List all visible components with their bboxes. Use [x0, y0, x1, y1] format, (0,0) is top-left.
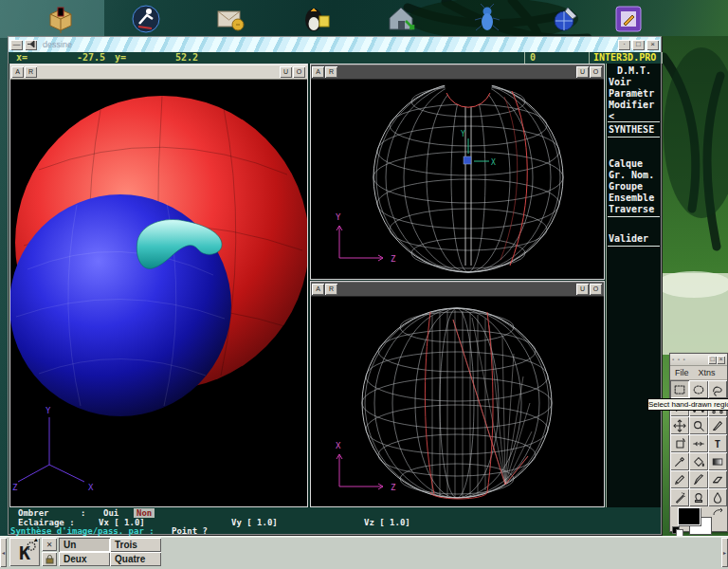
vy-value[interactable]: Vy [ 1.0] — [231, 518, 278, 527]
menu-item-voir[interactable]: Voir — [609, 77, 660, 87]
viewport-button-r[interactable]: R — [25, 66, 37, 78]
menu-item-synthese[interactable]: SYNTHESE — [609, 124, 660, 135]
prompt-value: Point ? — [172, 526, 208, 536]
menu-item-groupe[interactable]: Groupe — [609, 181, 660, 192]
svg-text:T: T — [715, 437, 720, 449]
pager-desktop-un[interactable]: Un — [59, 538, 110, 552]
red-profile — [500, 91, 527, 266]
tool-move[interactable] — [670, 416, 689, 434]
menu-item-calque[interactable]: Calque — [609, 158, 660, 169]
viewport-top-header[interactable]: A R U O — [311, 282, 604, 297]
desktop-icon-pen-globe[interactable] — [548, 3, 586, 35]
ombrer-colon: : — [81, 508, 85, 518]
tool-blend[interactable] — [708, 452, 727, 470]
shade-button[interactable]: · — [618, 40, 630, 50]
axis-label-x: X — [336, 441, 341, 450]
viewport-button-o[interactable]: O — [293, 66, 305, 78]
skier-icon — [131, 4, 161, 34]
foreground-color-swatch[interactable] — [678, 507, 701, 525]
tool-paintbrush[interactable] — [689, 470, 708, 488]
axis-label-y: Y — [46, 406, 51, 415]
prompt-label: Synthèse d'image/pass. par : — [10, 526, 155, 536]
gimp-maximize-button[interactable]: □ — [708, 356, 717, 364]
viewport-shaded-header[interactable]: A R U O — [10, 64, 307, 80]
tool-airbrush[interactable] — [670, 488, 689, 506]
tool-convolve[interactable] — [708, 488, 727, 506]
panel-hide-left[interactable]: ◂ — [0, 538, 7, 567]
tool-flip[interactable] — [689, 434, 708, 452]
viewport-button-a[interactable]: A — [11, 66, 24, 78]
tool-pencil[interactable] — [670, 470, 689, 488]
viewport-button-u[interactable]: U — [576, 66, 589, 78]
gimp-close-button[interactable]: × — [717, 356, 725, 364]
pager-desktop-quatre[interactable]: Quatre — [110, 552, 161, 566]
menu-item-gr-nom[interactable]: Gr. Nom. — [609, 170, 660, 180]
window-titlebar[interactable]: — dessine · □ × — [9, 37, 661, 52]
k-menu-button[interactable]: K ▲ — [9, 538, 40, 566]
viewport-button-a[interactable]: A — [312, 284, 324, 295]
menu-item-dmt[interactable]: D.M.T. — [609, 65, 660, 76]
swap-colors-icon[interactable] — [712, 506, 725, 518]
menu-item-parametr[interactable]: Paramètr — [609, 88, 660, 99]
desktop-icon-home[interactable] — [383, 3, 421, 35]
tool-rect-select[interactable] — [670, 380, 689, 398]
panel-hide-right[interactable]: ▸ — [721, 538, 728, 567]
pin-icon[interactable] — [25, 40, 37, 50]
vx-value[interactable]: Vx [ 1.0] — [99, 518, 145, 527]
tool-ellipse-select[interactable] — [689, 380, 708, 398]
menu-item-back[interactable]: < — [609, 111, 660, 121]
vz-value[interactable]: Vz [ 1.0] — [364, 518, 410, 527]
viewport-front[interactable]: A R U O Y — [310, 64, 605, 280]
tool-bucket-fill[interactable] — [689, 452, 708, 470]
package-icon — [46, 5, 75, 33]
menu-item-modifier[interactable]: Modifier — [609, 100, 660, 110]
viewport-shaded[interactable]: A R U O — [9, 64, 308, 507]
viewport-button-r[interactable]: R — [325, 284, 337, 295]
pager-desktop-deux[interactable]: Deux — [59, 552, 110, 566]
close-button[interactable]: × — [646, 40, 659, 50]
menu-item-valider[interactable]: Valider — [609, 233, 660, 244]
viewport-button-u[interactable]: U — [576, 284, 589, 295]
window-list-button[interactable]: ✕ — [42, 538, 57, 551]
desktop-icon-purple-note[interactable] — [610, 3, 647, 35]
lock-screen-button[interactable] — [42, 552, 57, 566]
tool-eraser[interactable] — [708, 470, 727, 488]
maximize-button[interactable]: □ — [632, 40, 645, 50]
tool-color-picker[interactable] — [670, 452, 689, 470]
ombrer-non-option[interactable]: Non — [134, 508, 155, 518]
viewport-front-header[interactable]: A R U O — [311, 64, 604, 80]
gimp-color-area — [670, 506, 727, 535]
pager-desktop-trois[interactable]: Trois — [110, 538, 161, 552]
coord-y-label: y= — [115, 52, 126, 64]
viewport-button-r[interactable]: R — [325, 66, 337, 78]
tool-free-select[interactable] — [708, 380, 727, 398]
tool-magnify[interactable] — [689, 416, 708, 434]
gimp-menu-xtns[interactable]: Xtns — [699, 368, 716, 377]
tool-clone[interactable] — [689, 488, 708, 506]
desktop-pager: Un Trois Deux Quatre — [59, 538, 161, 566]
tool-crop[interactable] — [708, 416, 727, 434]
ombrer-oui-option[interactable]: Oui — [103, 508, 118, 518]
coord-x-value: -27.5 — [58, 52, 105, 64]
gimp-menu-file[interactable]: File — [675, 368, 689, 377]
desktop-icon-package[interactable] — [42, 3, 80, 35]
desktop-icon-mail[interactable] — [212, 3, 250, 35]
menu-item-traverse[interactable]: Traverse — [609, 204, 660, 214]
notch-hole — [445, 80, 492, 107]
desktop-icon-tux[interactable] — [298, 3, 336, 35]
viewport-top[interactable]: A R U O — [310, 281, 605, 507]
viewport-button-o[interactable]: O — [590, 66, 602, 78]
window-menu-button[interactable]: — — [10, 40, 23, 50]
desktop-icon-ant[interactable] — [468, 3, 506, 35]
wireframe-top: X Z — [311, 297, 604, 506]
desktop-icon-skier[interactable] — [127, 3, 165, 35]
gimp-titlebar[interactable]: ▪ ▪ ▪ □ × — [670, 354, 727, 366]
tool-text[interactable]: T — [708, 434, 727, 452]
tool-transform[interactable] — [670, 434, 689, 452]
axis-label-x: X — [88, 483, 94, 492]
viewport-button-u[interactable]: U — [280, 66, 292, 78]
viewport-button-o[interactable]: O — [590, 284, 602, 295]
axis-indicator — [337, 226, 383, 261]
menu-item-ensemble[interactable]: Ensemble — [609, 193, 660, 203]
viewport-button-a[interactable]: A — [312, 66, 324, 78]
